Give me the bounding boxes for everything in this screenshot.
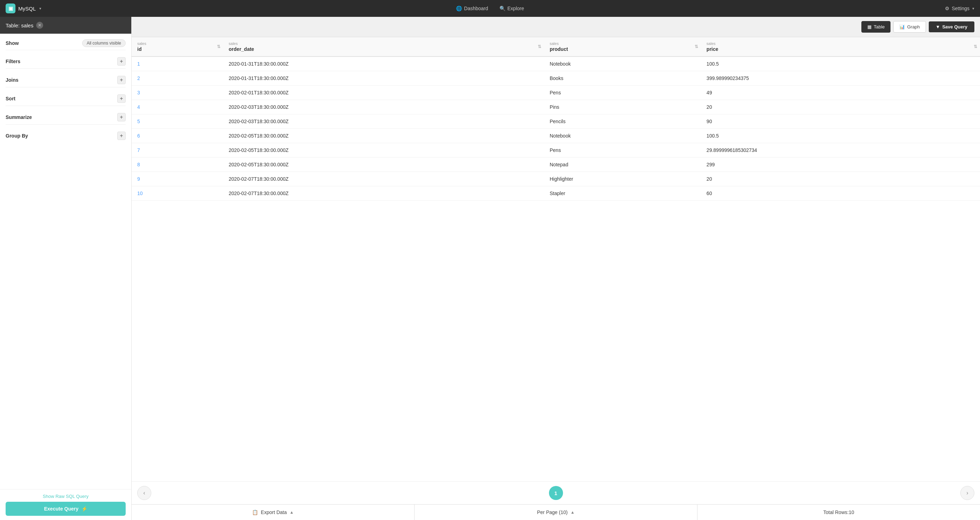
sidebar-header: Table: sales ✕ [0,17,131,34]
cell-product: Books [544,71,701,86]
prev-page-button[interactable]: ‹ [137,486,151,500]
cell-price: 20 [701,100,980,114]
export-caret-icon: ▲ [290,510,294,515]
execute-query-button[interactable]: Execute Query ⚡ [6,502,126,516]
export-label: Export Data [261,509,287,515]
sort-id-icon[interactable]: ⇅ [217,44,220,49]
row-id-link[interactable]: 5 [137,119,140,124]
cell-order-date: 2020-02-05T18:30:00.000Z [223,143,544,157]
show-sql-link[interactable]: Show Raw SQL Query [6,494,126,499]
table-row: 82020-02-05T18:30:00.000ZNotepad299 [132,157,980,172]
row-id-link[interactable]: 4 [137,104,140,110]
nav-dashboard[interactable]: 🌐 Dashboard [456,6,488,11]
show-divider [6,50,126,50]
content-area: ▦ Table 📊 Graph ▼ Save Query sales id [132,17,980,520]
cell-order-date: 2020-02-05T18:30:00.000Z [223,129,544,143]
current-page[interactable]: 1 [549,486,563,500]
sort-order-date-icon[interactable]: ⇅ [538,44,541,49]
cell-order-date: 2020-02-07T18:30:00.000Z [223,186,544,201]
col-id: sales id ⇅ [132,37,223,57]
nav-center: 🌐 Dashboard 🔍 Explore [456,6,524,11]
add-join-button[interactable]: + [117,76,126,84]
sort-product-icon[interactable]: ⇅ [695,44,698,49]
table-row: 32020-02-01T18:30:00.000ZPens49 [132,86,980,100]
nav-settings[interactable]: ⚙ Settings ▾ [945,6,974,11]
row-id-link[interactable]: 8 [137,162,140,167]
data-table: sales id ⇅ sales order_date ⇅ sales prod… [132,37,980,201]
total-rows: Total Rows:10 [697,504,980,520]
table-row: 72020-02-05T18:30:00.000ZPens29.89999961… [132,143,980,157]
row-id-link[interactable]: 7 [137,147,140,153]
cell-order-date: 2020-02-01T18:30:00.000Z [223,86,544,100]
row-id-link[interactable]: 10 [137,191,143,196]
sidebar-close-button[interactable]: ✕ [36,22,43,29]
content-toolbar: ▦ Table 📊 Graph ▼ Save Query [132,17,980,37]
add-groupby-button[interactable]: + [117,132,126,140]
save-query-button[interactable]: ▼ Save Query [929,21,974,32]
cell-id: 9 [132,172,223,186]
cell-product: Pins [544,100,701,114]
cell-order-date: 2020-02-05T18:30:00.000Z [223,157,544,172]
cell-price: 20 [701,172,980,186]
pagination-row: ‹ 1 › [132,482,980,504]
cell-order-date: 2020-01-31T18:30:00.000Z [223,71,544,86]
nav-explore[interactable]: 🔍 Explore [500,6,524,11]
sidebar-footer: Show Raw SQL Query Execute Query ⚡ [0,489,131,520]
export-data-button[interactable]: 📋 Export Data ▲ [132,504,415,520]
row-id-link[interactable]: 1 [137,61,140,67]
row-id-link[interactable]: 2 [137,75,140,81]
row-id-link[interactable]: 6 [137,133,140,138]
table-body: 12020-01-31T18:30:00.000ZNotebook100.522… [132,57,980,201]
cell-product: Pens [544,143,701,157]
add-summarize-button[interactable]: + [117,113,126,121]
next-page-button[interactable]: › [960,486,974,500]
execute-query-label: Execute Query [44,506,78,512]
bottom-bar: 📋 Export Data ▲ Per Page (10) ▲ Total Ro… [132,504,980,520]
col-product: sales product ⇅ [544,37,701,57]
main-layout: Table: sales ✕ Show All columns visible … [0,17,980,520]
col-order-date: sales order_date ⇅ [223,37,544,57]
cell-price: 399.989990234375 [701,71,980,86]
per-page-button[interactable]: Per Page (10) ▲ [415,504,697,520]
sidebar-sort-section: Sort + [6,94,126,106]
add-sort-button[interactable]: + [117,94,126,103]
settings-icon: ⚙ [945,6,950,11]
table-icon: ▦ [867,24,872,29]
show-label: Show [6,40,19,46]
row-id-link[interactable]: 3 [137,90,140,95]
save-query-filter-icon: ▼ [936,24,940,29]
table-row: 12020-01-31T18:30:00.000ZNotebook100.5 [132,57,980,71]
table-row: 42020-02-03T18:30:00.000ZPins20 [132,100,980,114]
graph-label: Graph [907,24,920,29]
table-row: 52020-02-03T18:30:00.000ZPencils90 [132,114,980,129]
sidebar-filters-section: Filters + [6,57,126,69]
nav-brand[interactable]: ▣ MySQL ▾ [6,3,41,13]
cell-id: 1 [132,57,223,71]
cell-product: Pens [544,86,701,100]
table-view-button[interactable]: ▦ Table [861,21,891,33]
sidebar-body: Show All columns visible Filters + Joins… [0,34,131,489]
graph-view-button[interactable]: 📊 Graph [893,21,926,33]
cell-price: 100.5 [701,129,980,143]
save-query-label: Save Query [942,24,967,29]
cell-price: 100.5 [701,57,980,71]
table-row: 62020-02-05T18:30:00.000ZNotebook100.5 [132,129,980,143]
cell-id: 5 [132,114,223,129]
table-header: sales id ⇅ sales order_date ⇅ sales prod… [132,37,980,57]
sort-label: Sort [6,96,16,102]
graph-icon: 📊 [899,24,905,29]
cell-id: 4 [132,100,223,114]
filters-divider [6,68,126,69]
cell-order-date: 2020-02-03T18:30:00.000Z [223,114,544,129]
cell-id: 7 [132,143,223,157]
cell-price: 60 [701,186,980,201]
all-columns-button[interactable]: All columns visible [82,39,126,47]
filters-label: Filters [6,59,21,64]
sort-price-icon[interactable]: ⇅ [974,44,977,49]
row-id-link[interactable]: 9 [137,176,140,182]
groupby-label: Group By [6,133,28,138]
joins-divider [6,87,126,87]
export-icon: 📋 [252,509,258,515]
cell-id: 3 [132,86,223,100]
add-filter-button[interactable]: + [117,57,126,65]
